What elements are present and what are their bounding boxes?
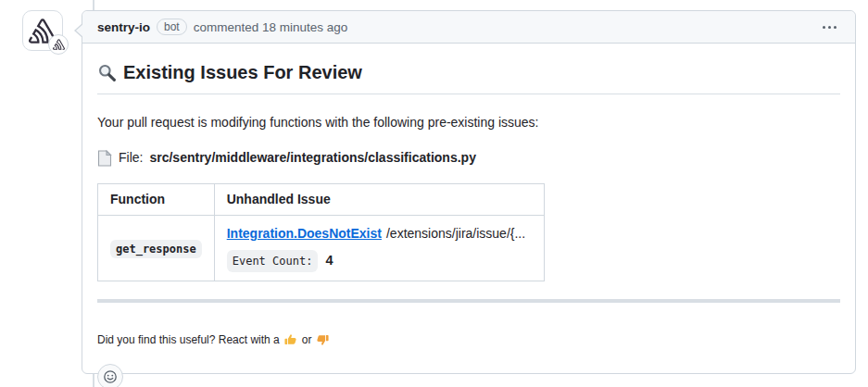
table-header-function: Function: [98, 184, 215, 216]
comment-header: sentry-io bot commented 18 minutes ago: [82, 11, 855, 44]
file-label: File:: [119, 148, 143, 168]
issues-table: Function Unhandled Issue get_response In…: [97, 183, 545, 281]
comment-title-text: Existing Issues For Review: [123, 58, 362, 86]
feedback-text-before: Did you find this useful? React with a: [97, 331, 280, 348]
sentry-avatar-badge: [48, 34, 69, 55]
function-name-code: get_response: [110, 240, 202, 258]
table-row: get_response Integration.DoesNotExist /e…: [98, 216, 545, 281]
add-reaction-button[interactable]: [97, 364, 123, 387]
event-count-code: Event Count:: [227, 250, 319, 272]
issue-cell: Integration.DoesNotExist /extensions/jir…: [214, 216, 544, 281]
smiley-icon: [103, 369, 118, 384]
kebab-icon: [828, 26, 831, 29]
divider: [97, 299, 840, 303]
event-count-line: Event Count: 4: [227, 250, 532, 272]
sentry-logo-mini-icon: [53, 39, 65, 50]
file-line: File: src/sentry/middleware/integrations…: [97, 148, 840, 168]
thumbs-up-icon: [284, 333, 297, 346]
comment-title: Existing Issues For Review: [97, 58, 840, 94]
issue-link[interactable]: Integration.DoesNotExist: [227, 224, 382, 243]
table-header-row: Function Unhandled Issue: [98, 184, 545, 216]
issue-path: /extensions/jira/issue/{...: [386, 224, 525, 243]
magnifying-glass-icon: [97, 63, 117, 82]
comment-author[interactable]: sentry-io: [97, 20, 150, 34]
comment-body: Existing Issues For Review Your pull req…: [82, 44, 855, 387]
issue-line: Integration.DoesNotExist /extensions/jir…: [227, 224, 532, 243]
kebab-menu-button[interactable]: [819, 20, 840, 34]
function-cell: get_response: [98, 216, 215, 281]
intro-text: Your pull request is modifying functions…: [97, 113, 840, 132]
file-path: src/sentry/middleware/integrations/class…: [149, 148, 475, 168]
github-comment-page: sentry-io bot commented 18 minutes ago E…: [0, 0, 868, 387]
page-icon: [97, 150, 112, 167]
bot-badge: bot: [157, 19, 187, 35]
comment-card: sentry-io bot commented 18 minutes ago E…: [82, 10, 856, 374]
table-header-issue: Unhandled Issue: [214, 184, 544, 216]
comment-timestamp[interactable]: commented 18 minutes ago: [194, 20, 348, 34]
kebab-icon: [823, 26, 825, 29]
event-count-value: 4: [325, 251, 333, 271]
kebab-icon: [834, 26, 837, 29]
feedback-text-or: or: [302, 331, 312, 348]
comment-caret-fill: [76, 23, 84, 38]
feedback-text: Did you find this useful? React with a o…: [97, 331, 840, 348]
thumbs-down-icon: [316, 333, 329, 346]
